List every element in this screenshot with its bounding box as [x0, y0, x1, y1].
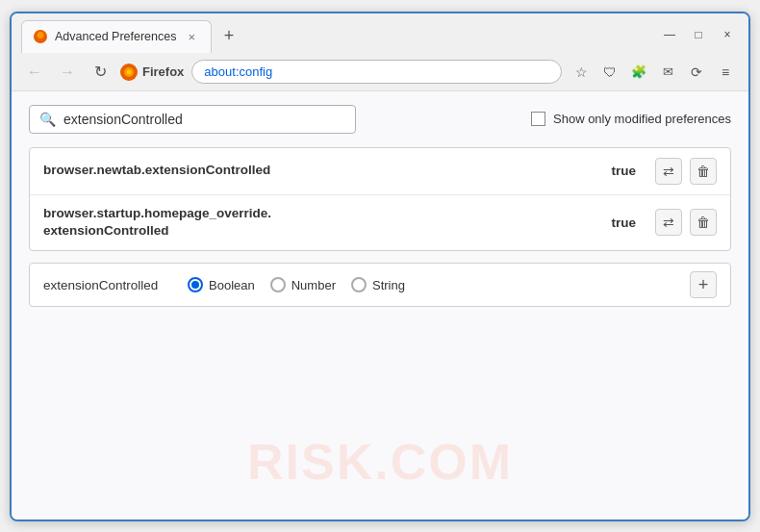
maximize-btn[interactable]: □: [687, 26, 710, 43]
window-controls: — □ ×: [658, 26, 739, 47]
show-modified-row: Show only modified preferences: [531, 112, 731, 126]
pref-name-2: browser.startup.homepage_override. exten…: [43, 205, 601, 241]
radio-label-number: Number: [291, 278, 336, 292]
radio-inner-boolean: [191, 281, 199, 289]
swap-btn-1[interactable]: ⇄: [655, 158, 682, 185]
sync-btn[interactable]: ⟳: [683, 59, 710, 86]
swap-icon-1: ⇄: [663, 164, 674, 179]
show-modified-checkbox[interactable]: [531, 112, 545, 126]
nav-icons: ☆ 🛡 🧩 ✉ ⟳ ≡: [568, 59, 739, 86]
menu-icon: ≡: [722, 64, 729, 80]
add-pref-row: extensionControlled Boolean Number: [29, 263, 731, 307]
add-pref-btn[interactable]: +: [690, 271, 717, 298]
add-pref-name: extensionControlled: [43, 278, 168, 292]
tab-close-btn[interactable]: ×: [184, 28, 199, 46]
forward-icon: →: [60, 63, 75, 81]
prefs-table: browser.newtab.extensionControlled true …: [29, 147, 731, 252]
nav-bar: ← → ↻ Firefox about:config ☆ �: [12, 54, 748, 91]
forward-btn[interactable]: →: [54, 59, 81, 86]
radio-circle-string: [351, 277, 367, 292]
menu-btn[interactable]: ≡: [712, 59, 739, 86]
mail-btn[interactable]: ✉: [654, 59, 681, 86]
pref-actions-1: ⇄ 🗑: [655, 158, 717, 185]
search-box[interactable]: 🔍 extensionControlled: [29, 105, 356, 134]
pref-actions-2: ⇄ 🗑: [655, 209, 717, 236]
back-icon: ←: [27, 63, 42, 81]
mail-icon: ✉: [663, 64, 673, 79]
tab-title: Advanced Preferences: [55, 30, 176, 43]
extension-icon: 🧩: [631, 64, 646, 79]
search-icon: 🔍: [39, 112, 56, 127]
show-modified-label: Show only modified preferences: [553, 112, 731, 126]
reload-icon: ↻: [94, 63, 107, 81]
delete-icon-2: 🗑: [697, 215, 710, 230]
delete-btn-2[interactable]: 🗑: [690, 209, 717, 236]
search-row: 🔍 extensionControlled Show only modified…: [29, 105, 731, 134]
radio-label-boolean: Boolean: [209, 278, 255, 292]
pref-value-1: true: [611, 164, 636, 178]
firefox-logo-icon: [119, 63, 139, 82]
firefox-brand: Firefox: [119, 63, 186, 82]
pref-value-2: true: [611, 215, 636, 230]
address-text: about:config: [204, 64, 272, 79]
close-btn[interactable]: ×: [716, 26, 739, 43]
sync-icon: ⟳: [691, 64, 702, 80]
radio-boolean[interactable]: Boolean: [188, 277, 255, 292]
bookmark-btn[interactable]: ☆: [568, 59, 595, 86]
shield-icon: 🛡: [603, 64, 617, 80]
new-tab-btn[interactable]: +: [215, 23, 242, 50]
delete-btn-1[interactable]: 🗑: [690, 158, 717, 185]
shield-btn[interactable]: 🛡: [596, 59, 623, 86]
swap-btn-2[interactable]: ⇄: [655, 209, 682, 236]
delete-icon-1: 🗑: [697, 164, 710, 179]
search-input[interactable]: extensionControlled: [63, 112, 183, 127]
svg-point-3: [127, 69, 132, 74]
browser-window: Advanced Preferences × + — □ × ← → ↻ Fir…: [10, 12, 750, 521]
address-bar[interactable]: about:config: [191, 60, 562, 84]
browser-label: Firefox: [142, 64, 184, 79]
radio-circle-boolean: [188, 277, 203, 292]
pref-name-2-line2: extensionControlled: [43, 223, 169, 238]
browser-tab[interactable]: Advanced Preferences ×: [21, 20, 212, 53]
back-btn[interactable]: ←: [21, 59, 48, 86]
title-bar: Advanced Preferences × + — □ ×: [12, 13, 748, 54]
table-row: browser.newtab.extensionControlled true …: [30, 148, 730, 195]
pref-name-2-line1: browser.startup.homepage_override.: [43, 206, 271, 220]
radio-number[interactable]: Number: [270, 277, 336, 292]
tab-favicon: [34, 30, 47, 43]
bookmark-icon: ☆: [575, 64, 588, 80]
table-row: browser.startup.homepage_override. exten…: [30, 195, 730, 251]
reload-btn[interactable]: ↻: [87, 59, 114, 86]
radio-circle-number: [270, 277, 286, 292]
radio-label-string: String: [372, 278, 405, 292]
minimize-btn[interactable]: —: [658, 26, 681, 43]
extension-btn[interactable]: 🧩: [625, 59, 652, 86]
pref-name-1: browser.newtab.extensionControlled: [43, 162, 601, 180]
watermark: RISK.COM: [247, 433, 513, 491]
radio-group: Boolean Number String: [188, 277, 405, 292]
radio-string[interactable]: String: [351, 277, 405, 292]
content-area: RISK.COM 🔍 extensionControlled Show only…: [12, 91, 748, 519]
swap-icon-2: ⇄: [663, 215, 674, 230]
